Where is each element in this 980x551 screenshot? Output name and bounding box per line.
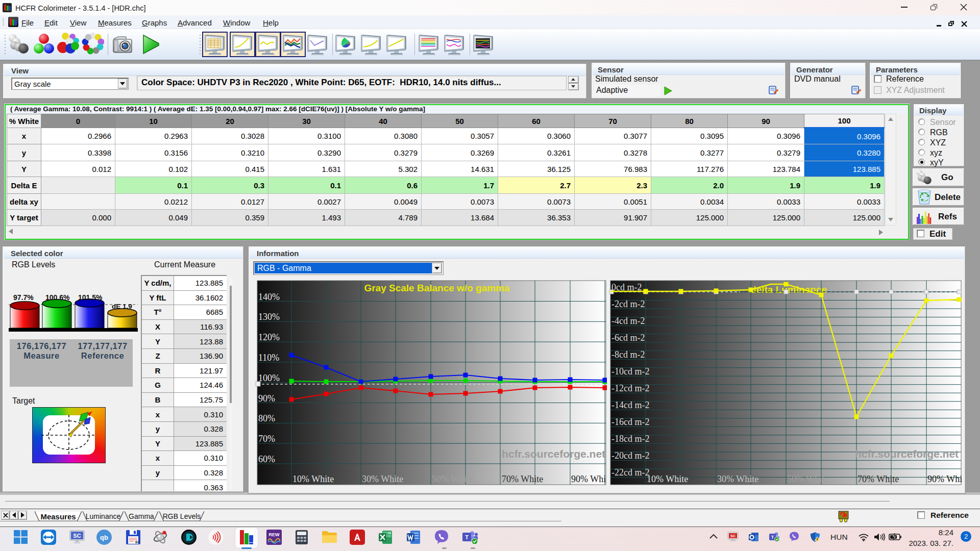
svg-text:-22cd m-2: -22cd m-2 <box>611 467 649 478</box>
svg-text:-12cd m-2: -12cd m-2 <box>611 383 649 393</box>
svg-text:qb: qb <box>100 534 108 541</box>
svg-text:-8cd m-2: -8cd m-2 <box>611 349 645 360</box>
svg-text:90%: 90% <box>258 393 275 404</box>
svg-text:120%: 120% <box>258 332 280 342</box>
svg-text:-4cd m-2: -4cd m-2 <box>611 316 645 326</box>
svg-text:-6cd m-2: -6cd m-2 <box>611 333 645 343</box>
svg-text:110%: 110% <box>258 353 279 363</box>
svg-text:hcfr.sourceforge.net: hcfr.sourceforge.net <box>502 448 605 460</box>
svg-text:-2cd m-2: -2cd m-2 <box>611 299 645 309</box>
svg-text:-10cd m-2: -10cd m-2 <box>611 366 649 377</box>
svg-text:SC: SC <box>730 534 736 538</box>
svg-text:64: 64 <box>135 540 140 544</box>
svg-text:T: T <box>465 534 469 540</box>
svg-text:Gray Scale Balance w/o gamma: Gray Scale Balance w/o gamma <box>364 283 510 293</box>
svg-text:-16cd m-2: -16cd m-2 <box>611 417 649 427</box>
svg-text:T: T <box>771 535 774 540</box>
svg-text:100%: 100% <box>258 373 280 383</box>
svg-text:-14cd m-2: -14cd m-2 <box>611 400 649 410</box>
svg-text:REW: REW <box>269 532 280 537</box>
svg-text:70% White: 70% White <box>502 474 543 484</box>
svg-text:SC: SC <box>73 533 81 539</box>
svg-text:-18cd m-2: -18cd m-2 <box>611 434 649 444</box>
svg-text:30% White: 30% White <box>717 474 758 484</box>
svg-text:50% White: 50% White <box>787 474 828 484</box>
svg-text:-20cd m-2: -20cd m-2 <box>611 450 649 461</box>
svg-text:90% Whi: 90% Whi <box>927 474 962 484</box>
svg-text:hcfr.sourceforge.net: hcfr.sourceforge.net <box>855 448 959 460</box>
svg-text:50% White: 50% White <box>432 474 473 484</box>
svg-text:90% Whi: 90% Whi <box>571 474 606 484</box>
svg-text:10% White: 10% White <box>292 474 334 484</box>
svg-text:130%: 130% <box>258 312 280 322</box>
svg-text:70% White: 70% White <box>857 474 899 484</box>
svg-text:70%: 70% <box>258 434 275 444</box>
svg-text:80%: 80% <box>258 413 275 423</box>
svg-text:30% White: 30% White <box>362 474 403 484</box>
svg-text:60%: 60% <box>258 454 275 464</box>
svg-text:10% White: 10% White <box>647 474 688 484</box>
svg-text:140%: 140% <box>258 292 280 302</box>
